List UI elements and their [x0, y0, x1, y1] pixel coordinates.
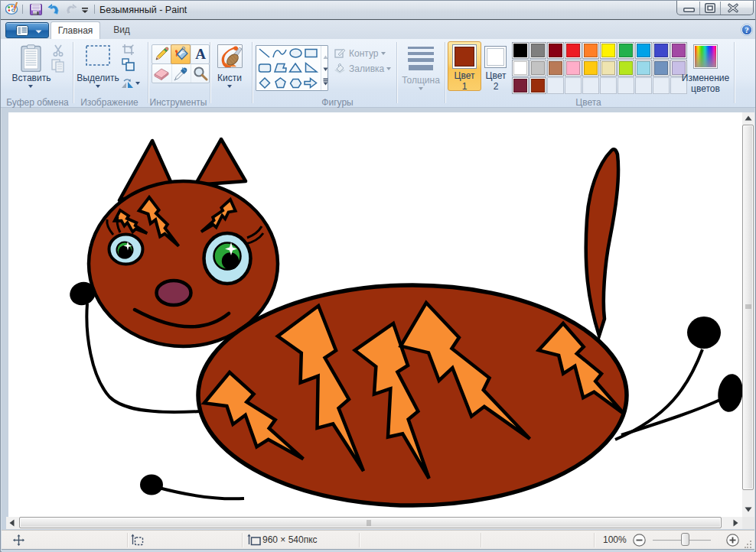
svg-text:?: ?: [745, 25, 749, 34]
